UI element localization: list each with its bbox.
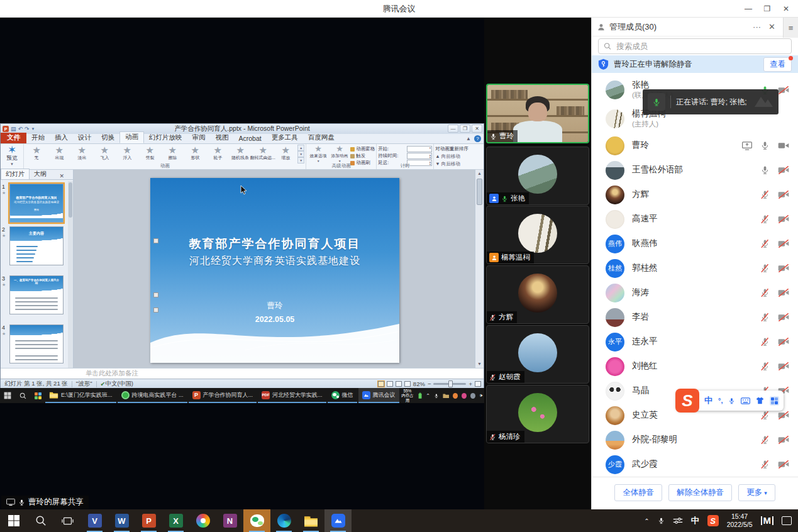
gallery-scroll[interactable]: ▲▼▼ [297, 145, 304, 163]
camera-off-icon[interactable] [778, 411, 789, 420]
slide[interactable]: 教育部产学合作协同育人项目 河北经贸大学商务英语实践基地建设 曹玲 2022.0… [150, 178, 399, 363]
animation-effect[interactable]: ★轮子 [206, 145, 229, 163]
animation-effect[interactable]: ★淡出 [70, 145, 93, 163]
slide-thumbnail[interactable]: 2★ 主要内容 [9, 226, 64, 265]
move-later-button[interactable]: ▼ 向后移动 [435, 161, 482, 167]
inner-taskbar-app[interactable]: 跨境电商实践平台 ... [118, 388, 187, 403]
zoom-out-icon[interactable]: − [428, 380, 431, 387]
help-icon[interactable]: ? [474, 135, 481, 142]
move-earlier-button[interactable]: ▲ 向前移动 [435, 153, 482, 160]
animation-effect[interactable]: ★出现 [48, 145, 70, 163]
tray-mic-icon[interactable] [658, 516, 665, 525]
maximize-icon[interactable]: ❐ [758, 0, 777, 18]
mic-muted-icon[interactable] [760, 190, 770, 199]
panel-close-icon[interactable]: ✕ [768, 22, 775, 31]
mic-muted-icon[interactable] [760, 239, 770, 248]
tray-icon[interactable] [470, 393, 475, 399]
duration-input[interactable]: ▴▾ [407, 153, 432, 159]
ime-skin-icon[interactable] [756, 397, 764, 404]
color-wheel-app-icon[interactable] [189, 509, 216, 532]
powerpoint-icon[interactable]: P [135, 509, 162, 532]
excel-icon[interactable]: X [162, 509, 189, 532]
add-animation-button[interactable]: ★添加动画▼ [329, 145, 350, 163]
video-tile[interactable]: 赵朝霞 [486, 325, 589, 384]
camera-off-icon[interactable] [778, 460, 789, 469]
camera-off-icon[interactable] [778, 435, 789, 445]
edge-icon[interactable] [270, 509, 297, 532]
inner-start-button[interactable] [0, 388, 15, 403]
inner-taskbar-app[interactable]: E:\厦门亿学实践班... [45, 388, 116, 403]
tray-icon[interactable] [453, 393, 458, 399]
camera-off-icon[interactable] [778, 263, 789, 273]
mic-muted-icon[interactable] [760, 263, 770, 273]
word-icon[interactable]: W [108, 509, 135, 532]
slide-thumbnail[interactable]: 1★ 教育部产学合作协同育人项目河北经贸大学商务英语实践基地建设 曹玲 [9, 184, 64, 223]
camera-off-icon[interactable] [778, 214, 789, 224]
tab-outline[interactable]: 大纲 [30, 169, 51, 179]
ppt-restore-icon[interactable]: ❐ [460, 125, 470, 133]
wechat-icon[interactable] [243, 509, 270, 532]
im-logo-icon[interactable]: M [761, 516, 774, 525]
ime-toolbar[interactable]: S 中 °, [677, 391, 784, 411]
start-input[interactable]: ▾ [407, 146, 432, 152]
camera-off-icon[interactable] [778, 190, 789, 199]
visio-icon[interactable]: V [81, 509, 108, 532]
screen-share-icon[interactable] [742, 141, 752, 150]
zoom-in-icon[interactable]: + [468, 380, 472, 387]
camera-off-icon[interactable] [778, 239, 789, 248]
animation-effect[interactable]: ★浮入 [116, 145, 138, 163]
ribbon-tab-动画[interactable]: 动画 [119, 131, 144, 143]
tray-clock[interactable]: 15:472022/5/5 [727, 513, 753, 529]
video-tile[interactable]: 楊苒温柌 [486, 206, 589, 264]
participant-row[interactable]: 永平连永平 [592, 330, 798, 354]
video-tile[interactable]: 曹玲 [486, 84, 589, 143]
video-tile[interactable]: 方辉 [486, 265, 589, 324]
ribbon-tab-视图[interactable]: 视图 [211, 133, 234, 143]
animation-effect[interactable]: ★随机线条 [229, 145, 252, 163]
participant-row[interactable]: 李岩 [592, 305, 798, 330]
panel-menu-icon[interactable]: ≡ [783, 18, 798, 38]
mic-muted-icon[interactable] [760, 337, 770, 346]
camera-off-icon[interactable] [778, 288, 789, 297]
ppt-minimize-icon[interactable]: — [448, 125, 458, 133]
collapse-ribbon-icon[interactable]: ▲ [466, 136, 471, 141]
ribbon-tab-文件[interactable]: 文件 [1, 133, 26, 143]
tray-settings-icon[interactable] [673, 517, 683, 524]
inner-taskbar-app[interactable]: 微信 [328, 388, 357, 403]
tencent-meeting-icon[interactable] [324, 509, 352, 532]
tab-slides[interactable]: 幻灯片 [1, 169, 30, 179]
camera-off-icon[interactable] [778, 362, 789, 371]
ribbon-tab-Acrobat[interactable]: Acrobat [234, 134, 267, 143]
participant-row[interactable]: 少霞武少霞 [592, 452, 798, 477]
participant-row[interactable]: 曹玲 [592, 133, 798, 158]
ribbon-tab-更多工具[interactable]: 更多工具 [267, 133, 303, 143]
inner-search-button[interactable] [15, 388, 30, 403]
mic-muted-icon[interactable] [760, 214, 770, 224]
ribbon-tab-幻灯片放映[interactable]: 幻灯片放映 [144, 133, 187, 143]
inner-tray-chevron-icon[interactable]: ⌃ [426, 393, 430, 399]
ime-keyboard-icon[interactable] [741, 397, 750, 404]
search-input[interactable] [615, 42, 786, 52]
animation-effect[interactable]: ★翻转式由远... [252, 145, 274, 163]
thumbs-scrollbar[interactable] [68, 181, 73, 368]
onenote-icon[interactable]: N [216, 509, 243, 532]
camera-icon[interactable] [778, 141, 789, 150]
animation-effect[interactable]: ★擦除 [161, 145, 184, 163]
participant-row[interactable]: 王雪松外语部 [592, 158, 798, 182]
ime-punctuation-icon[interactable]: °, [718, 397, 723, 404]
mic-icon[interactable] [760, 165, 770, 175]
mic-icon[interactable] [760, 141, 770, 150]
mic-muted-icon[interactable] [760, 362, 770, 371]
video-tile[interactable]: 张艳 [486, 147, 589, 205]
ime-voice-icon[interactable] [728, 397, 735, 405]
mic-muted-icon[interactable] [760, 313, 770, 322]
task-view-button[interactable] [54, 509, 81, 532]
file-explorer-icon[interactable] [297, 509, 324, 532]
animation-effect[interactable]: ★劈裂 [138, 145, 161, 163]
animation-effect[interactable]: ★飞入 [93, 145, 116, 163]
ribbon-tab-百度网盘[interactable]: 百度网盘 [303, 133, 340, 143]
panel-close-icon[interactable]: ✕ [59, 173, 73, 179]
video-tile[interactable]: 杨清珍 [486, 385, 589, 443]
ribbon-tab-开始[interactable]: 开始 [26, 133, 50, 143]
inner-taskbar-app[interactable]: 腾讯会议 [358, 388, 399, 403]
